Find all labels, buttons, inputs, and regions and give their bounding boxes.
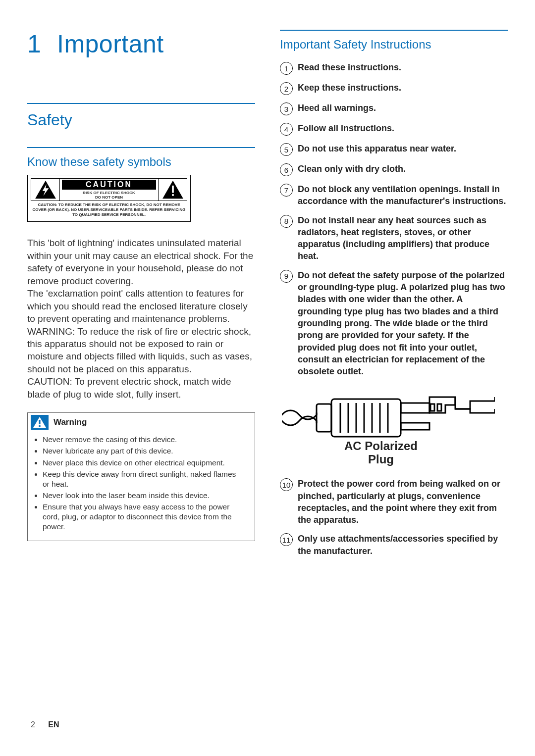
svg-rect-3 — [172, 186, 174, 193]
exclamation-triangle-icon — [158, 179, 187, 201]
section-safety-heading: Safety — [27, 111, 255, 129]
warning-list: Never remove the casing of this device. … — [28, 432, 255, 540]
svg-rect-7 — [39, 425, 40, 427]
warning-item: Keep this device away from direct sunlig… — [43, 469, 245, 489]
step-number: 11 — [280, 533, 293, 546]
warning-item: Never remove the casing of this device. — [43, 435, 245, 445]
paragraph: This 'bolt of lightning' indicates unins… — [27, 237, 255, 287]
divider — [280, 30, 508, 31]
svg-rect-8 — [317, 404, 331, 432]
caution-bottom-text: CAUTION: TO REDUCE THE RISK OF ELECTRIC … — [31, 201, 187, 218]
plug-caption-line1: AC Polarized — [344, 439, 418, 453]
page-language: EN — [48, 720, 59, 729]
subheading-know-symbols: Know these safety symbols — [27, 155, 255, 169]
step-number: 2 — [280, 82, 293, 95]
step-number: 10 — [280, 478, 293, 491]
warning-item: Never place this device on other electri… — [43, 458, 245, 468]
safety-instructions-list-cont: 10Protect the power cord from being walk… — [280, 478, 508, 557]
divider — [27, 147, 255, 148]
chapter-number: 1 — [27, 30, 57, 58]
list-item: 3Heed all warnings. — [280, 102, 508, 115]
svg-rect-19 — [430, 404, 434, 411]
svg-rect-20 — [437, 404, 441, 411]
warning-label: Warning — [54, 417, 87, 427]
list-item: 9Do not defeat the safety purpose of the… — [280, 269, 508, 378]
list-item: 10Protect the power cord from being walk… — [280, 478, 508, 526]
svg-rect-17 — [401, 403, 429, 413]
chapter-name: Important — [57, 30, 164, 58]
warning-item: Never look into the laser beam inside th… — [43, 491, 245, 501]
lightning-triangle-icon — [31, 179, 60, 201]
chapter-title: 1Important — [27, 30, 255, 58]
warning-box: Warning Never remove the casing of this … — [27, 412, 255, 541]
svg-rect-18 — [401, 423, 429, 430]
paragraph: CAUTION: To prevent electric shock, matc… — [27, 375, 255, 401]
paragraph: The 'exclamation point' calls attention … — [27, 287, 255, 325]
step-number: 6 — [280, 163, 293, 176]
list-item: 2Keep these instructions. — [280, 82, 508, 95]
svg-rect-9 — [331, 399, 401, 437]
list-item: 11Only use attachments/accessories speci… — [280, 533, 508, 557]
svg-rect-4 — [172, 194, 174, 196]
warning-exclamation-icon — [31, 415, 49, 430]
step-number: 8 — [280, 215, 293, 228]
page-number: 2 — [31, 720, 35, 729]
plug-figure: AC Polarized Plug — [282, 384, 508, 466]
caution-sub1: RISK OF ELECTRIC SHOCK — [83, 191, 135, 195]
body-text: This 'bolt of lightning' indicates unins… — [27, 237, 255, 401]
list-item: 7Do not block any ventilation openings. … — [280, 183, 508, 207]
subheading-safety-instructions: Important Safety Instructions — [280, 38, 508, 51]
warning-item: Ensure that you always have easy access … — [43, 502, 245, 532]
step-number: 4 — [280, 123, 293, 136]
caution-label-box: CAUTION RISK OF ELECTRIC SHOCKDO NOT OPE… — [27, 175, 191, 222]
list-item: 1Read these instructions. — [280, 61, 508, 75]
warning-item: Never lubricate any part of this device. — [43, 446, 245, 456]
list-item: 6Clean only with dry cloth. — [280, 163, 508, 176]
safety-instructions-list: 1Read these instructions. 2Keep these in… — [280, 61, 508, 377]
plug-caption-line2: Plug — [368, 453, 394, 466]
page-footer: 2 EN — [31, 720, 59, 729]
svg-rect-6 — [39, 420, 40, 424]
paragraph: WARNING: To reduce the risk of fire or e… — [27, 325, 255, 376]
step-number: 3 — [280, 102, 293, 115]
step-number: 9 — [280, 270, 293, 283]
caution-sub2: DO NOT OPEN — [95, 195, 123, 200]
step-number: 1 — [280, 62, 293, 75]
list-item: 8Do not install near any heat sources su… — [280, 214, 508, 262]
divider — [27, 103, 255, 104]
caution-title: CAUTION — [62, 180, 156, 190]
list-item: 5Do not use this apparatus near water. — [280, 143, 508, 156]
step-number: 7 — [280, 184, 293, 197]
list-item: 4Follow all instructions. — [280, 122, 508, 136]
step-number: 5 — [280, 143, 293, 156]
